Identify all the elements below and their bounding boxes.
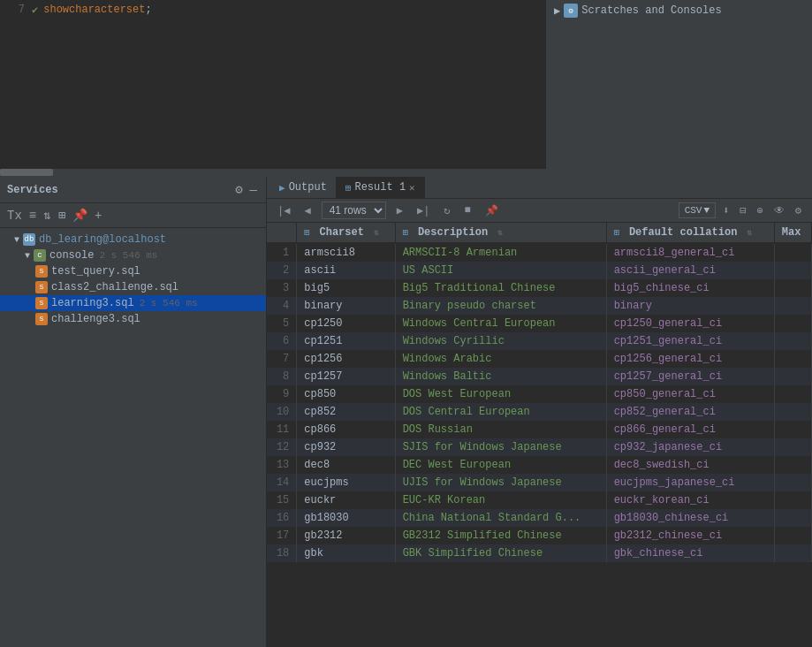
row-num-cell: 17	[267, 527, 297, 544]
services-add-icon[interactable]: +	[93, 207, 103, 225]
description-cell: DEC West European	[395, 456, 606, 474]
tree-arrow-db: ▼	[14, 235, 19, 245]
services-settings-icon[interactable]: ⚙	[233, 180, 244, 199]
charset-cell: cp850	[297, 385, 395, 403]
services-sort-icon[interactable]: ≡	[27, 207, 38, 225]
plus-filter-button[interactable]: ⊕	[754, 202, 767, 219]
download-button[interactable]: ⬇	[719, 202, 732, 219]
nav-last-button[interactable]: ▶|	[414, 202, 433, 219]
nav-next-button[interactable]: ▶	[393, 202, 406, 219]
collation-col-label: Default collation	[629, 226, 737, 239]
eye-button[interactable]: 👁	[770, 202, 788, 219]
tree-item-test-query[interactable]: s test_query.sql	[0, 263, 266, 279]
learning3-label: learning3.sql	[51, 297, 134, 309]
description-cell: US ASCII	[395, 262, 606, 279]
db-icon: db	[23, 233, 35, 246]
editor-scrollbar-thumb[interactable]	[0, 169, 53, 176]
row-num-cell: 1	[267, 243, 297, 262]
sql-semicolon: ;	[145, 4, 151, 16]
collation-cell: gbk_chinese_ci	[606, 544, 774, 562]
nav-prev-button[interactable]: ◀	[300, 202, 314, 219]
collation-cell: cp850_general_ci	[606, 385, 774, 403]
table-row[interactable]: 15 euckr EUC-KR Korean euckr_korean_ci	[267, 491, 812, 509]
col-description[interactable]: ⊞ Description ⇅	[395, 223, 606, 243]
tree-item-db-connection[interactable]: ▼ db db_learing@localhost	[0, 232, 266, 247]
row-num-cell: 9	[267, 385, 297, 403]
description-cell: EUC-KR Korean	[395, 491, 606, 509]
services-grid-icon[interactable]: ⊞	[57, 206, 67, 225]
tree-item-class2-challenge[interactable]: s class2_challenge.sql	[0, 279, 266, 295]
scratches-header[interactable]: ▶ ⚙ Scratches and Consoles	[547, 0, 812, 21]
description-cell: China National Standard G...	[395, 509, 606, 527]
refresh-button[interactable]: ↻	[440, 202, 453, 219]
row-num-cell: 5	[267, 315, 297, 332]
charset-cell: ascii	[297, 262, 395, 279]
max-cell	[774, 527, 811, 544]
console-time: 2 s 546 ms	[99, 250, 157, 261]
stop-button[interactable]: ■	[461, 202, 474, 218]
tx-button[interactable]: Tx	[5, 207, 24, 225]
max-cell	[774, 456, 811, 474]
tab-output[interactable]: ▶ Output	[270, 177, 337, 198]
table-row[interactable]: 13 dec8 DEC West European dec8_swedish_c…	[267, 456, 812, 474]
max-cell	[774, 509, 811, 527]
row-num-cell: 18	[267, 544, 297, 562]
csv-button[interactable]: CSV ▼	[679, 202, 716, 218]
table-row[interactable]: 11 cp866 DOS Russian cp866_general_ci	[267, 421, 812, 438]
tree-item-challenge3[interactable]: s challenge3.sql	[0, 311, 266, 327]
collation-sort-icon[interactable]: ⇅	[747, 228, 753, 238]
services-close-icon[interactable]: —	[248, 181, 259, 199]
services-sort2-icon[interactable]: ⇅	[42, 206, 52, 225]
services-pin-icon[interactable]: 📌	[71, 206, 89, 225]
tree-item-learning3[interactable]: s learning3.sql 2 s 546 ms	[0, 295, 266, 311]
learning3-time: 2 s 546 ms	[140, 298, 198, 308]
charset-cell: cp1256	[297, 350, 395, 368]
col-charset[interactable]: ⊞ Charset ⇅	[297, 223, 395, 243]
pin-button[interactable]: 📌	[482, 202, 502, 219]
table-row[interactable]: 12 cp932 SJIS for Windows Japanese cp932…	[267, 438, 812, 456]
rows-select[interactable]: 41 rows	[322, 202, 386, 219]
row-num-cell: 11	[267, 421, 297, 438]
nav-first-button[interactable]: |◀	[274, 202, 293, 219]
filter-button[interactable]: ⊟	[736, 202, 749, 219]
collation-cell: cp1250_general_ci	[606, 315, 774, 332]
table-row[interactable]: 10 cp852 DOS Central European cp852_gene…	[267, 403, 812, 421]
editor-line-7[interactable]: 7 ✔ show character set ;	[0, 0, 546, 19]
settings-button[interactable]: ⚙	[792, 202, 805, 219]
description-cell: Windows Baltic	[395, 368, 606, 385]
table-row[interactable]: 1 armscii8 ARMSCII-8 Armenian armscii8_g…	[267, 243, 812, 262]
col-default-collation[interactable]: ⊞ Default collation ⇅	[606, 223, 774, 243]
table-row[interactable]: 7 cp1256 Windows Arabic cp1256_general_c…	[267, 350, 812, 368]
max-cell	[774, 491, 811, 509]
table-row[interactable]: 16 gb18030 China National Standard G... …	[267, 509, 812, 527]
sql-icon-learning3: s	[35, 297, 48, 309]
result1-tab-close-icon[interactable]: ✕	[409, 182, 415, 194]
right-panel: ▶ ⚙ Scratches and Consoles	[547, 0, 812, 176]
tab-result1[interactable]: ⊞ Result 1 ✕	[337, 177, 425, 198]
table-row[interactable]: 14 eucjpms UJIS for Windows Japanese euc…	[267, 474, 812, 491]
description-cell: Windows Cyrillic	[395, 332, 606, 350]
table-row[interactable]: 18 gbk GBK Simplified Chinese gbk_chines…	[267, 544, 812, 562]
charset-cell: binary	[297, 297, 395, 315]
table-row[interactable]: 4 binary Binary pseudo charset binary	[267, 297, 812, 315]
table-row[interactable]: 2 ascii US ASCII ascii_general_ci	[267, 262, 812, 279]
table-row[interactable]: 5 cp1250 Windows Central European cp1250…	[267, 315, 812, 332]
data-table-container[interactable]: ⊞ Charset ⇅ ⊞ Description ⇅ ⊞ Default co…	[267, 223, 812, 647]
charset-cell: cp852	[297, 403, 395, 421]
editor-scrollbar[interactable]	[0, 169, 546, 176]
col-max[interactable]: Max	[774, 223, 811, 243]
scratches-icon: ⚙	[564, 4, 578, 18]
table-row[interactable]: 6 cp1251 Windows Cyrillic cp1251_general…	[267, 332, 812, 350]
description-cell: Windows Arabic	[395, 350, 606, 368]
table-row[interactable]: 9 cp850 DOS West European cp850_general_…	[267, 385, 812, 403]
col-rownum	[267, 223, 297, 243]
table-row[interactable]: 17 gb2312 GB2312 Simplified Chinese gb23…	[267, 527, 812, 544]
tree-item-console[interactable]: ▼ c console 2 s 546 ms	[0, 247, 266, 263]
desc-sort-icon[interactable]: ⇅	[497, 228, 503, 238]
charset-sort-icon[interactable]: ⇅	[374, 228, 379, 238]
collation-cell: euckr_korean_ci	[606, 491, 774, 509]
table-row[interactable]: 8 cp1257 Windows Baltic cp1257_general_c…	[267, 368, 812, 385]
table-row[interactable]: 3 big5 Big5 Traditional Chinese big5_chi…	[267, 279, 812, 297]
line-check-icon: ✔	[32, 4, 38, 17]
charset-cell: armscii8	[297, 243, 395, 262]
